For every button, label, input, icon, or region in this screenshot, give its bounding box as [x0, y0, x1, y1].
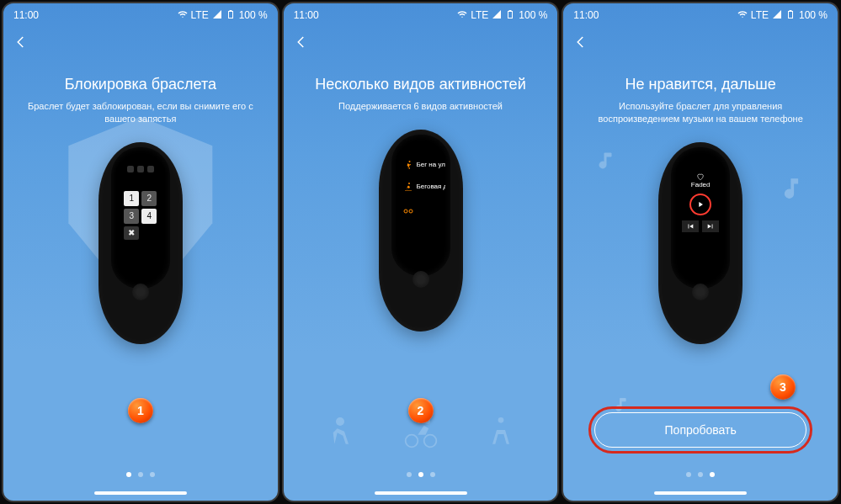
- lock-keypad: 1 2 3 4 ✖: [124, 191, 157, 240]
- status-right: LTE 100 %: [737, 9, 828, 22]
- band-device: Бег на ули Беговая до: [379, 130, 463, 332]
- wifi-icon: [178, 9, 188, 22]
- page-indicator: [126, 472, 155, 477]
- page-indicator: [407, 472, 435, 477]
- status-bar: 11:00 LTE 100 %: [3, 3, 278, 27]
- dot-3: [150, 472, 155, 477]
- status-bar: 11:00 LTE 100 %: [563, 3, 838, 27]
- band-home-button: [132, 284, 149, 300]
- svg-point-5: [408, 161, 410, 162]
- key-2: 2: [141, 191, 157, 206]
- activity-1-label: Бег на ули: [417, 161, 445, 168]
- page-subtitle: Поддерживается 6 видов активностей: [338, 100, 503, 113]
- band-screen: 1 2 3 4 ✖: [116, 161, 165, 262]
- svg-point-0: [336, 417, 344, 426]
- dot-1: [686, 472, 691, 477]
- running-icon: [403, 160, 413, 170]
- battery-icon: [785, 9, 796, 22]
- signal-icon: [772, 9, 782, 22]
- step-badge: 1: [128, 398, 153, 423]
- status-time: 11:00: [573, 9, 599, 21]
- svg-point-8: [409, 210, 413, 213]
- band-device: Faded: [658, 142, 743, 344]
- key-4: 4: [141, 209, 157, 224]
- onboarding-screen-2: 11:00 LTE 100 % Несколько видов активнос…: [282, 2, 560, 502]
- page-indicator: [686, 472, 715, 477]
- band-screen: Faded: [676, 161, 725, 262]
- network-label: LTE: [191, 9, 209, 21]
- onboarding-screen-1: 11:00 LTE 100 % Блокировка браслета Брас…: [2, 2, 279, 502]
- play-button: [689, 194, 711, 215]
- status-right: LTE 100 %: [457, 9, 547, 22]
- battery-label: 100 %: [519, 9, 547, 21]
- dot-3: [430, 472, 435, 477]
- content: Не нравится, дальше Используйте браслет …: [563, 61, 838, 501]
- network-label: LTE: [471, 9, 488, 21]
- android-home-bar[interactable]: [375, 491, 467, 495]
- music-note-icon: [597, 151, 617, 174]
- signal-icon: [212, 9, 222, 22]
- svg-point-7: [404, 210, 407, 213]
- page-title: Не нравится, дальше: [625, 76, 776, 93]
- wifi-icon: [457, 9, 467, 22]
- back-icon[interactable]: [294, 34, 309, 53]
- dot-1: [126, 472, 131, 477]
- band-home-button: [692, 284, 709, 300]
- onboarding-screen-3: 11:00 LTE 100 % Не нравится, дальше Испо…: [562, 2, 839, 502]
- status-bar: 11:00 LTE 100 %: [284, 3, 558, 27]
- svg-point-6: [408, 183, 410, 184]
- key-3: 3: [124, 209, 139, 224]
- wifi-icon: [737, 9, 748, 22]
- dot-2: [698, 472, 703, 477]
- back-icon[interactable]: [573, 34, 588, 53]
- cycling-icon: [403, 204, 413, 214]
- highlight-frame: Попробовать: [588, 406, 812, 454]
- band-illustration: Бег на ули Беговая до: [301, 130, 541, 501]
- dot-2: [418, 472, 423, 477]
- heart-icon: [696, 169, 705, 178]
- page-title: Блокировка браслета: [65, 76, 216, 93]
- band-status-icons: [127, 166, 154, 172]
- song-title: Faded: [691, 181, 711, 188]
- activity-row-1: Бег на ули: [397, 160, 445, 170]
- treadmill-icon: [403, 182, 413, 192]
- network-label: LTE: [751, 9, 769, 21]
- music-note-icon: [779, 176, 804, 204]
- page-title: Несколько видов активностей: [315, 76, 525, 93]
- battery-icon: [226, 9, 236, 22]
- nav-bar: [284, 27, 558, 61]
- status-time: 11:00: [294, 9, 319, 21]
- back-icon[interactable]: [13, 34, 29, 53]
- prev-track-icon: [682, 220, 699, 232]
- band-home-button: [413, 271, 429, 288]
- svg-point-2: [405, 435, 418, 448]
- nav-bar: [563, 27, 838, 61]
- band-illustration: 1 2 3 4 ✖: [20, 142, 261, 501]
- activity-2-label: Беговая до: [417, 183, 445, 190]
- content: Несколько видов активностей Поддерживает…: [284, 61, 558, 501]
- band-screen: Бег на ули Беговая до: [397, 148, 445, 249]
- dot-1: [407, 472, 412, 477]
- android-home-bar[interactable]: [654, 491, 747, 495]
- android-home-bar[interactable]: [94, 491, 187, 495]
- status-time: 11:00: [13, 9, 39, 21]
- battery-label: 100 %: [239, 9, 268, 21]
- key-1: 1: [124, 191, 139, 206]
- page-subtitle: Используйте браслет для управления воспр…: [580, 100, 821, 125]
- step-badge: 3: [770, 374, 796, 400]
- status-right: LTE 100 %: [178, 9, 268, 22]
- key-clear: ✖: [124, 226, 139, 240]
- svg-point-4: [498, 417, 504, 423]
- battery-label: 100 %: [799, 9, 828, 21]
- content: Блокировка браслета Браслет будет заблок…: [3, 61, 278, 501]
- activity-row-2: Беговая до: [397, 182, 445, 192]
- nav-bar: [3, 27, 278, 61]
- music-controls: [682, 220, 719, 232]
- dot-3: [710, 472, 715, 477]
- svg-point-3: [423, 435, 436, 448]
- next-track-icon: [702, 220, 719, 232]
- try-button[interactable]: Попробовать: [594, 412, 806, 448]
- activity-row-3: [397, 204, 445, 214]
- step-badge: 2: [408, 398, 434, 423]
- battery-icon: [505, 9, 515, 22]
